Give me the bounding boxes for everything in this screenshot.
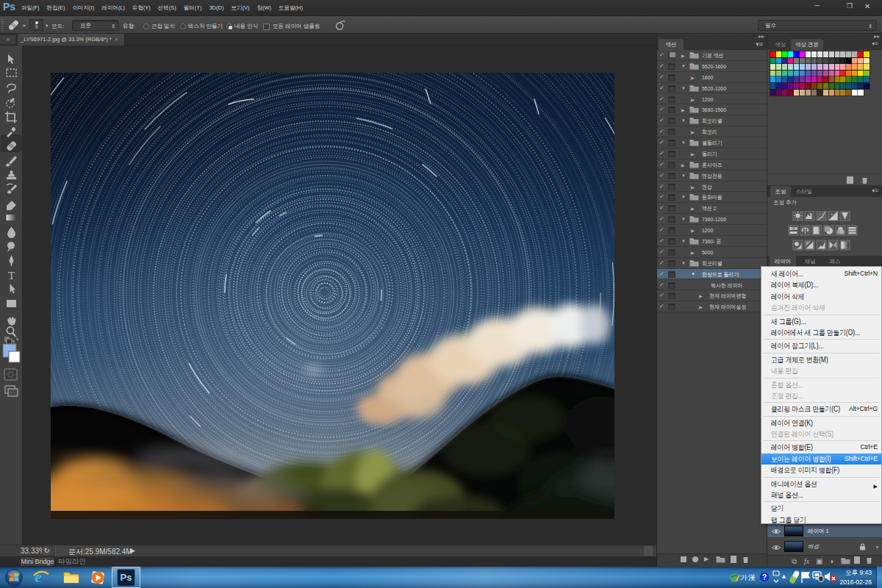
svg-text:e: e	[35, 568, 42, 586]
svg-text:?: ?	[762, 573, 767, 581]
svg-text:+: +	[831, 212, 833, 216]
svg-text:T: T	[8, 270, 15, 282]
